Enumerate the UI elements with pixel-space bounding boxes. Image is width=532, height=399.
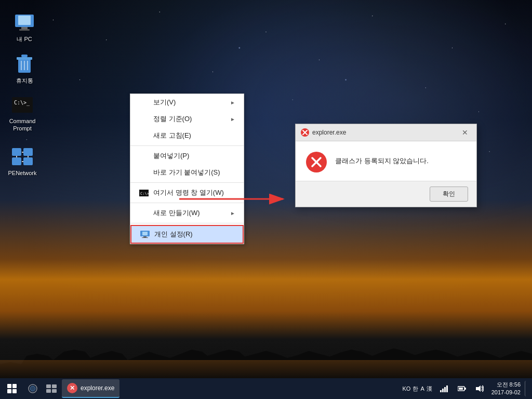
landscape (0, 225, 532, 381)
start-icon (7, 384, 17, 393)
separator-2 (130, 182, 244, 183)
paste-icon (139, 152, 149, 160)
sort-icon (139, 115, 149, 123)
svg-rect-6 (21, 55, 28, 57)
svg-rect-38 (440, 390, 442, 392)
svg-rect-37 (52, 389, 57, 393)
error-dialog: explorer.exe ✕ 클래스가 등록되지 않았습니다. 확인 (295, 124, 477, 207)
menu-item-paste[interactable]: 붙여넣기(P) (130, 148, 244, 164)
task-view-button[interactable] (42, 379, 61, 398)
svg-rect-35 (52, 384, 57, 388)
svg-rect-1 (18, 16, 31, 25)
penet-label: PENetwork (8, 169, 36, 177)
dialog-error-icon (306, 152, 327, 172)
dialog-title-error-icon (301, 128, 309, 137)
svg-rect-23 (142, 232, 148, 235)
taskbar-error-icon: ✕ (67, 383, 77, 393)
taskbar-right: KO 한 A 漢 (402, 381, 532, 397)
svg-rect-39 (442, 389, 444, 392)
water-reflection (0, 360, 532, 381)
taskbar-item-explorer[interactable]: ✕ explorer.exe (62, 379, 119, 398)
svg-rect-41 (446, 385, 448, 392)
cmd-label: Command Prompt (9, 117, 36, 132)
menu-item-personalize[interactable]: 개인 설정(R) (130, 225, 244, 244)
personalize-icon (140, 230, 150, 238)
paste-shortcut-icon (139, 168, 149, 177)
dialog-titlebar: explorer.exe ✕ (296, 124, 476, 141)
lang-ko: KO (402, 385, 410, 392)
dialog-close-button[interactable]: ✕ (459, 127, 471, 138)
svg-rect-36 (46, 389, 51, 393)
desktop-icon-penet[interactable]: PENetwork (4, 144, 41, 179)
cmd-icon: C:\>_ (12, 95, 33, 115)
lang-chinese: 漢 (427, 385, 432, 393)
svg-text:C:\>: C:\> (140, 192, 149, 196)
menu-item-new[interactable]: 새로 만들기(W) ► (130, 205, 244, 221)
taskbar-lang[interactable]: KO 한 A 漢 (402, 385, 434, 393)
menu-item-sort[interactable]: 정렬 기준(O) ► (130, 111, 244, 127)
dialog-footer: 확인 (296, 181, 476, 207)
menu-item-open-cmd[interactable]: C:\> 여기서 명령 창 열기(W) (130, 184, 244, 201)
svg-rect-15 (23, 157, 33, 165)
svg-rect-44 (459, 388, 463, 390)
mypc-icon (14, 12, 35, 33)
separator-4 (130, 223, 244, 223)
desktop-icon-recycle[interactable]: 휴지통 (6, 52, 43, 86)
context-menu: 보기(V) ► 정렬 기준(O) ► 새로 고침(E) 붙여넣기(P) (130, 94, 244, 244)
separator-1 (130, 145, 244, 146)
battery-icon[interactable] (454, 381, 470, 396)
open-cmd-icon: C:\> (139, 189, 149, 197)
view-icon (139, 98, 149, 107)
penet-icon (12, 147, 33, 167)
taskbar: ✕ explorer.exe KO 한 A 漢 (0, 378, 532, 399)
svg-rect-25 (142, 237, 148, 238)
cortana-button[interactable] (23, 379, 42, 398)
recycle-label: 휴지통 (16, 77, 33, 84)
mypc-label: 내 PC (17, 35, 32, 43)
network-icon[interactable] (436, 381, 452, 396)
date-display: 2017-09-02 (491, 389, 521, 396)
desktop-icon-mypc[interactable]: 내 PC (6, 10, 43, 45)
svg-marker-45 (476, 385, 481, 392)
separator-3 (130, 203, 244, 203)
svg-point-33 (30, 386, 35, 391)
desktop-icon-cmd[interactable]: C:\>_ Command Prompt (4, 92, 41, 135)
menu-item-refresh[interactable]: 새로 고침(E) (130, 127, 244, 144)
show-desktop-button[interactable] (525, 381, 528, 396)
svg-rect-43 (464, 388, 466, 390)
svg-rect-14 (12, 157, 21, 165)
desktop: 내 PC 휴지통 C:\>_ Command Prompt (0, 0, 532, 399)
svg-rect-34 (46, 384, 51, 388)
svg-rect-2 (21, 27, 28, 29)
new-icon (139, 209, 149, 217)
menu-item-view[interactable]: 보기(V) ► (130, 94, 244, 111)
time-display: 오전 8:56 (491, 381, 521, 389)
svg-rect-3 (19, 29, 30, 31)
dialog-title-left: explorer.exe (301, 128, 346, 137)
dialog-message: 클래스가 등록되지 않았습니다. (335, 152, 429, 166)
recycle-icon (14, 54, 35, 75)
svg-rect-24 (143, 236, 147, 237)
refresh-icon (139, 131, 149, 140)
volume-icon[interactable] (472, 381, 487, 396)
dialog-title-text: explorer.exe (312, 129, 346, 136)
svg-rect-40 (444, 387, 446, 392)
svg-rect-13 (23, 148, 33, 156)
lang-a: A (420, 385, 424, 392)
start-button[interactable] (0, 378, 23, 399)
svg-rect-12 (12, 148, 21, 156)
lang-han: 한 (413, 385, 418, 393)
menu-item-paste-shortcut[interactable]: 바로 가기 붙여넣기(S) (130, 164, 244, 181)
taskbar-item-label: explorer.exe (81, 384, 114, 392)
taskbar-items: ✕ explorer.exe (61, 378, 402, 399)
taskbar-time[interactable]: 오전 8:56 2017-09-02 (491, 381, 521, 397)
dialog-body: 클래스가 등록되지 않았습니다. (296, 141, 476, 181)
svg-text:C:\>_: C:\>_ (14, 100, 30, 106)
dialog-ok-button[interactable]: 확인 (430, 187, 468, 202)
svg-rect-5 (17, 57, 32, 60)
